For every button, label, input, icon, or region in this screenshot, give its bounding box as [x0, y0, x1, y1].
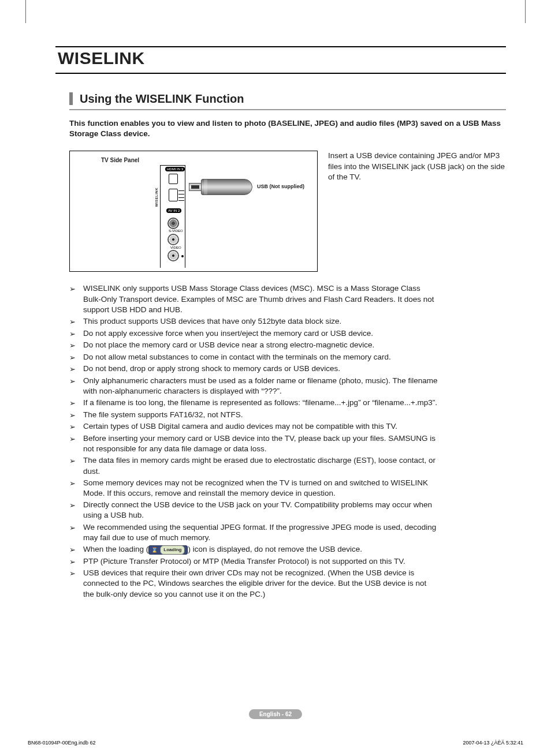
- page-content: WISELINK Using the WISELINK Function Thi…: [55, 46, 506, 601]
- port-label-avin: AV IN 2: [166, 208, 181, 213]
- note-text: Only alphanumeric characters must be use…: [83, 376, 439, 396]
- note-text: The file system supports FAT16/32, not N…: [83, 410, 439, 421]
- rca-port-icon: [167, 234, 179, 245]
- note-item: ➢USB devices that require their own driv…: [69, 568, 439, 600]
- bullet-arrow-icon: ➢: [69, 376, 79, 396]
- note-item: ➢Before inserting your memory card or US…: [69, 433, 439, 454]
- bullet-arrow-icon: ➢: [69, 500, 79, 521]
- crop-mark: [525, 0, 526, 23]
- section-title-band: WISELINK: [55, 46, 506, 74]
- port-label-hdmi: HDMI IN 3: [165, 167, 185, 171]
- note-item: ➢The data files in memory cards might be…: [69, 455, 439, 476]
- note-text: Do not place the memory card or USB devi…: [83, 340, 439, 351]
- figure-row: TV Side Panel HDMI IN 3 WISELINK AV IN 2…: [69, 151, 506, 272]
- bullet-arrow-icon: ➢: [69, 364, 79, 375]
- note-text: The data files in memory cards might be …: [83, 455, 439, 476]
- bullet-arrow-icon: ➢: [69, 421, 79, 432]
- bullet-arrow-icon: ➢: [69, 352, 79, 363]
- note-text: Some memory devices may not be recognize…: [83, 478, 439, 499]
- figure-caption-usb: USB (Not supplied): [257, 184, 304, 189]
- note-item: ➢We recommended using the sequential JPE…: [69, 522, 439, 543]
- bullet-arrow-icon: ➢: [69, 522, 79, 543]
- note-item: ➢Do not bend, drop or apply strong shock…: [69, 364, 439, 375]
- panel-dot-icon: [181, 255, 184, 257]
- note-text: USB devices that require their own drive…: [83, 568, 439, 600]
- note-item: ➢When the loading (⌛Loading) icon is dis…: [69, 544, 439, 555]
- bullet-arrow-icon: ➢: [69, 316, 79, 327]
- bullet-arrow-icon: ➢: [69, 568, 79, 600]
- loading-badge-icon: ⌛Loading: [148, 545, 188, 555]
- note-text: Certain types of USB Digital camera and …: [83, 421, 439, 432]
- port-label-video: VIDEO: [170, 246, 181, 249]
- figure-side-text: Insert a USB device containing JPEG and/…: [328, 151, 506, 272]
- note-text: PTP (Picture Transfer Protocol) or MTP (…: [83, 556, 439, 567]
- note-item: ➢Some memory devices may not be recogniz…: [69, 478, 439, 499]
- bullet-arrow-icon: ➢: [69, 544, 79, 555]
- note-item: ➢Certain types of USB Digital camera and…: [69, 421, 439, 432]
- note-text: WISELINK only supports USB Mass Storage …: [83, 283, 439, 315]
- subheading: Using the WISELINK Function: [80, 92, 244, 106]
- bullet-arrow-icon: ➢: [69, 455, 79, 476]
- note-item: ➢If a filename is too long, the filename…: [69, 398, 439, 409]
- usb-stick-icon: [189, 177, 252, 197]
- note-item: ➢PTP (Picture Transfer Protocol) or MTP …: [69, 556, 439, 567]
- note-item: ➢Do not place the memory card or USB dev…: [69, 340, 439, 351]
- hdmi-port-icon: [169, 174, 178, 184]
- usb-body-icon: [201, 179, 252, 195]
- bullet-arrow-icon: ➢: [69, 328, 79, 339]
- note-item: ➢The file system supports FAT16/32, not …: [69, 410, 439, 421]
- figure-caption-panel: TV Side Panel: [101, 157, 139, 163]
- bullet-arrow-icon: ➢: [69, 433, 79, 454]
- bullet-arrow-icon: ➢: [69, 410, 79, 421]
- note-text: This product supports USB devices that h…: [83, 316, 439, 327]
- page-number-pill: English - 62: [249, 709, 302, 719]
- usb-plug-icon: [189, 183, 202, 191]
- note-text: Directly connect the USB device to the U…: [83, 500, 439, 521]
- crop-mark: [25, 0, 26, 23]
- port-label-wiselink: WISELINK: [155, 188, 158, 207]
- section-title: WISELINK: [55, 48, 506, 68]
- note-item: ➢Only alphanumeric characters must be us…: [69, 376, 439, 396]
- footer-meta-left: BN68-01094P-00Eng.indb 62: [28, 740, 96, 746]
- note-item: ➢Do not apply excessive force when you i…: [69, 328, 439, 339]
- bullet-arrow-icon: ➢: [69, 340, 79, 351]
- bullet-arrow-icon: ➢: [69, 556, 79, 567]
- bullet-arrow-icon: ➢: [69, 478, 79, 499]
- tv-panel-outline: HDMI IN 3 WISELINK AV IN 2 S-VIDEO VIDEO: [160, 165, 185, 268]
- subheading-row: Using the WISELINK Function: [69, 92, 506, 110]
- notes-list: ➢WISELINK only supports USB Mass Storage…: [69, 283, 439, 599]
- note-text-fragment: When the loading (: [83, 545, 148, 553]
- note-text: Do not bend, drop or apply strong shock …: [83, 364, 439, 375]
- note-text: When the loading (⌛Loading) icon is disp…: [83, 544, 439, 555]
- rca-port-icon: [167, 250, 179, 261]
- hourglass-icon: ⌛: [151, 546, 158, 554]
- note-item: ➢Do not allow metal substances to come i…: [69, 352, 439, 363]
- footer-meta-right: 2007-04-13 ¿ÀÈÄ 5:32:41: [463, 740, 523, 746]
- note-item: ➢Directly connect the USB device to the …: [69, 500, 439, 521]
- tv-side-panel-figure: TV Side Panel HDMI IN 3 WISELINK AV IN 2…: [69, 151, 318, 272]
- note-text: Do not allow metal substances to come in…: [83, 352, 439, 363]
- note-text: If a filename is too long, the filename …: [83, 398, 439, 409]
- bullet-arrow-icon: ➢: [69, 398, 79, 409]
- note-item: ➢WISELINK only supports USB Mass Storage…: [69, 283, 439, 315]
- note-text: We recommended using the sequential JPEG…: [83, 522, 439, 543]
- accent-bar-icon: [69, 92, 73, 105]
- note-text: Do not apply excessive force when you in…: [83, 328, 439, 339]
- loading-pill-label: Loading: [160, 545, 185, 555]
- note-item: ➢This product supports USB devices that …: [69, 316, 439, 327]
- note-text-fragment: ) icon is displayed, do not remove the U…: [188, 545, 362, 553]
- port-label-svideo: S-VIDEO: [169, 229, 183, 233]
- usb-port-icon: [169, 189, 178, 201]
- bullet-arrow-icon: ➢: [69, 283, 79, 315]
- intro-paragraph: This function enables you to view and li…: [69, 118, 506, 139]
- note-text: Before inserting your memory card or USB…: [83, 433, 439, 454]
- svideo-port-icon: [167, 218, 179, 229]
